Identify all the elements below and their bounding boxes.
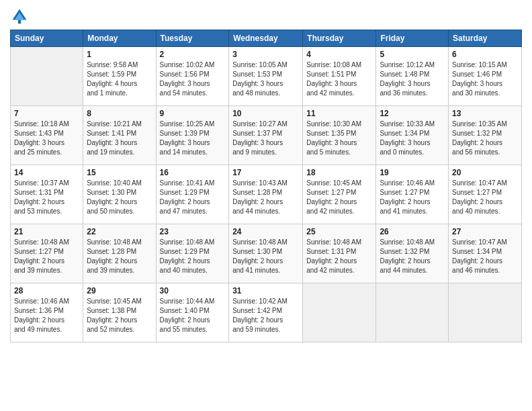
day-header-saturday: Saturday <box>449 30 522 47</box>
page-header <box>10 7 522 26</box>
day-header-tuesday: Tuesday <box>156 30 229 47</box>
calendar-cell: 5Sunrise: 10:12 AM Sunset: 1:48 PM Dayli… <box>376 47 449 106</box>
calendar-cell <box>376 283 449 342</box>
calendar-cell: 25Sunrise: 10:48 AM Sunset: 1:31 PM Dayl… <box>303 224 376 283</box>
day-info: Sunrise: 10:33 AM Sunset: 1:34 PM Daylig… <box>380 120 445 157</box>
day-header-wednesday: Wednesday <box>229 30 303 47</box>
calendar-week-5: 28Sunrise: 10:46 AM Sunset: 1:36 PM Dayl… <box>11 283 522 342</box>
day-number: 7 <box>14 109 79 118</box>
calendar-cell: 19Sunrise: 10:46 AM Sunset: 1:27 PM Dayl… <box>376 165 449 224</box>
day-number: 9 <box>160 109 226 118</box>
day-info: Sunrise: 10:48 AM Sunset: 1:31 PM Daylig… <box>306 238 372 275</box>
day-number: 23 <box>160 227 226 236</box>
day-info: Sunrise: 10:44 AM Sunset: 1:40 PM Daylig… <box>160 297 226 334</box>
day-number: 20 <box>452 168 518 177</box>
calendar-cell <box>303 283 376 342</box>
day-info: Sunrise: 10:27 AM Sunset: 1:37 PM Daylig… <box>232 120 299 157</box>
day-number: 30 <box>160 286 226 295</box>
calendar-cell: 7Sunrise: 10:18 AM Sunset: 1:43 PM Dayli… <box>11 106 83 165</box>
day-number: 21 <box>14 227 79 236</box>
calendar-cell: 2Sunrise: 10:02 AM Sunset: 1:56 PM Dayli… <box>156 47 229 106</box>
calendar-header-row: SundayMondayTuesdayWednesdayThursdayFrid… <box>11 30 522 47</box>
day-number: 6 <box>452 50 518 59</box>
day-number: 11 <box>306 109 372 118</box>
day-header-thursday: Thursday <box>303 30 376 47</box>
day-info: Sunrise: 10:40 AM Sunset: 1:30 PM Daylig… <box>87 179 152 216</box>
day-header-sunday: Sunday <box>11 30 83 47</box>
day-info: Sunrise: 10:45 AM Sunset: 1:38 PM Daylig… <box>87 297 152 334</box>
day-info: Sunrise: 10:12 AM Sunset: 1:48 PM Daylig… <box>380 60 445 98</box>
day-info: Sunrise: 10:37 AM Sunset: 1:31 PM Daylig… <box>14 179 79 216</box>
calendar-cell: 27Sunrise: 10:47 AM Sunset: 1:34 PM Dayl… <box>449 224 522 283</box>
day-info: Sunrise: 10:47 AM Sunset: 1:27 PM Daylig… <box>452 179 518 216</box>
day-number: 1 <box>87 50 152 59</box>
day-info: Sunrise: 10:48 AM Sunset: 1:29 PM Daylig… <box>160 238 226 275</box>
calendar-cell: 30Sunrise: 10:44 AM Sunset: 1:40 PM Dayl… <box>156 283 229 342</box>
day-number: 5 <box>380 50 445 59</box>
svg-rect-2 <box>18 20 21 24</box>
day-number: 18 <box>306 168 372 177</box>
calendar-cell: 6Sunrise: 10:15 AM Sunset: 1:46 PM Dayli… <box>449 47 522 106</box>
day-info: Sunrise: 10:02 AM Sunset: 1:56 PM Daylig… <box>160 60 226 98</box>
day-number: 8 <box>87 109 152 118</box>
logo <box>10 7 32 26</box>
calendar-week-3: 14Sunrise: 10:37 AM Sunset: 1:31 PM Dayl… <box>11 165 522 224</box>
calendar-cell: 22Sunrise: 10:48 AM Sunset: 1:28 PM Dayl… <box>83 224 156 283</box>
day-info: Sunrise: 10:43 AM Sunset: 1:28 PM Daylig… <box>232 179 299 216</box>
day-info: Sunrise: 10:48 AM Sunset: 1:28 PM Daylig… <box>87 238 152 275</box>
day-number: 22 <box>87 227 152 236</box>
day-header-monday: Monday <box>83 30 156 47</box>
calendar-cell: 11Sunrise: 10:30 AM Sunset: 1:35 PM Dayl… <box>303 106 376 165</box>
day-info: Sunrise: 10:46 AM Sunset: 1:27 PM Daylig… <box>380 179 445 216</box>
day-info: Sunrise: 10:47 AM Sunset: 1:34 PM Daylig… <box>452 238 518 275</box>
day-number: 10 <box>232 109 299 118</box>
calendar-cell <box>11 47 83 106</box>
day-info: Sunrise: 10:08 AM Sunset: 1:51 PM Daylig… <box>306 60 372 98</box>
day-number: 17 <box>232 168 299 177</box>
day-number: 28 <box>14 286 79 295</box>
calendar-cell: 28Sunrise: 10:46 AM Sunset: 1:36 PM Dayl… <box>11 283 83 342</box>
day-info: Sunrise: 10:30 AM Sunset: 1:35 PM Daylig… <box>306 120 372 157</box>
calendar-table: SundayMondayTuesdayWednesdayThursdayFrid… <box>10 30 522 342</box>
calendar-cell: 10Sunrise: 10:27 AM Sunset: 1:37 PM Dayl… <box>229 106 303 165</box>
day-number: 25 <box>306 227 372 236</box>
calendar-cell: 23Sunrise: 10:48 AM Sunset: 1:29 PM Dayl… <box>156 224 229 283</box>
day-info: Sunrise: 10:25 AM Sunset: 1:39 PM Daylig… <box>160 120 226 157</box>
calendar-cell: 24Sunrise: 10:48 AM Sunset: 1:30 PM Dayl… <box>229 224 303 283</box>
calendar-cell: 12Sunrise: 10:33 AM Sunset: 1:34 PM Dayl… <box>376 106 449 165</box>
day-info: Sunrise: 10:48 AM Sunset: 1:30 PM Daylig… <box>232 238 299 275</box>
calendar-cell: 8Sunrise: 10:21 AM Sunset: 1:41 PM Dayli… <box>83 106 156 165</box>
calendar-cell: 29Sunrise: 10:45 AM Sunset: 1:38 PM Dayl… <box>83 283 156 342</box>
day-number: 3 <box>232 50 299 59</box>
calendar-cell: 17Sunrise: 10:43 AM Sunset: 1:28 PM Dayl… <box>229 165 303 224</box>
day-number: 29 <box>87 286 152 295</box>
day-info: Sunrise: 10:15 AM Sunset: 1:46 PM Daylig… <box>452 60 518 98</box>
day-number: 4 <box>306 50 372 59</box>
day-info: Sunrise: 10:21 AM Sunset: 1:41 PM Daylig… <box>87 120 152 157</box>
calendar-cell: 18Sunrise: 10:45 AM Sunset: 1:27 PM Dayl… <box>303 165 376 224</box>
day-info: Sunrise: 10:45 AM Sunset: 1:27 PM Daylig… <box>306 179 372 216</box>
calendar-cell: 1Sunrise: 9:58 AM Sunset: 1:59 PM Daylig… <box>83 47 156 106</box>
calendar-cell: 21Sunrise: 10:48 AM Sunset: 1:27 PM Dayl… <box>11 224 83 283</box>
day-number: 24 <box>232 227 299 236</box>
calendar-cell: 14Sunrise: 10:37 AM Sunset: 1:31 PM Dayl… <box>11 165 83 224</box>
day-info: Sunrise: 10:42 AM Sunset: 1:42 PM Daylig… <box>232 297 299 334</box>
day-info: Sunrise: 10:18 AM Sunset: 1:43 PM Daylig… <box>14 120 79 157</box>
calendar-week-1: 1Sunrise: 9:58 AM Sunset: 1:59 PM Daylig… <box>11 47 522 106</box>
day-info: Sunrise: 9:58 AM Sunset: 1:59 PM Dayligh… <box>87 60 152 98</box>
day-info: Sunrise: 10:48 AM Sunset: 1:27 PM Daylig… <box>14 238 79 275</box>
calendar-cell: 31Sunrise: 10:42 AM Sunset: 1:42 PM Dayl… <box>229 283 303 342</box>
day-number: 13 <box>452 109 518 118</box>
day-info: Sunrise: 10:35 AM Sunset: 1:32 PM Daylig… <box>452 120 518 157</box>
day-number: 12 <box>380 109 445 118</box>
calendar-cell: 16Sunrise: 10:41 AM Sunset: 1:29 PM Dayl… <box>156 165 229 224</box>
day-number: 2 <box>160 50 226 59</box>
day-info: Sunrise: 10:46 AM Sunset: 1:36 PM Daylig… <box>14 297 79 334</box>
day-number: 27 <box>452 227 518 236</box>
day-number: 31 <box>232 286 299 295</box>
day-number: 19 <box>380 168 445 177</box>
calendar-cell <box>449 283 522 342</box>
calendar-cell: 13Sunrise: 10:35 AM Sunset: 1:32 PM Dayl… <box>449 106 522 165</box>
calendar-cell: 4Sunrise: 10:08 AM Sunset: 1:51 PM Dayli… <box>303 47 376 106</box>
day-number: 14 <box>14 168 79 177</box>
